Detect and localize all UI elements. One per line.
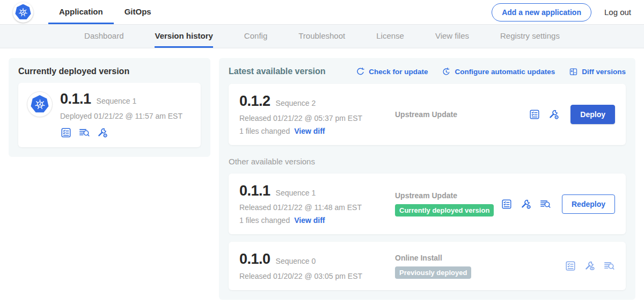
kubernetes-heptagon-icon [15,4,31,20]
currently-deployed-title: Currently deployed version [18,67,201,76]
edit-config-icon[interactable] [548,109,560,120]
tab-dashboard[interactable]: Dashboard [84,25,123,48]
currently-deployed-panel: Currently deployed version 0.1.1 Sequenc… [9,58,210,157]
released-timestamp: Released 01/21/22 @ 11:48 am EST [239,203,395,212]
edit-config-icon[interactable] [97,127,108,139]
preflight-checks-icon[interactable] [529,109,540,120]
deployed-sequence-label: Sequence 1 [97,97,137,105]
view-logs-icon[interactable] [78,127,90,139]
ship-wheel-icon [18,7,28,18]
auto-update-icon [442,67,451,76]
deployed-version-card: 0.1.1 Sequence 1 Deployed 01/21/22 @ 11:… [18,83,201,147]
add-new-application-button[interactable]: Add a new application [492,3,591,21]
available-versions-panel: Latest available version Check for updat… [219,58,635,300]
check-for-update-link[interactable]: Check for update [356,67,428,76]
preflight-checks-icon[interactable] [501,198,513,210]
ship-wheel-icon [34,98,46,111]
tab-config[interactable]: Config [244,25,267,48]
version-number: 0.1.1 [239,183,270,199]
refresh-icon [356,67,365,76]
edit-config-icon[interactable] [520,198,532,210]
action-label: Diff versions [582,68,626,76]
kubernetes-heptagon-icon [31,95,49,113]
view-logs-icon[interactable] [603,260,615,272]
sequence-label: Sequence 2 [276,99,316,107]
files-changed-label: 1 files changed [239,127,290,135]
app-sub-nav: Dashboard Version history Config Trouble… [0,25,644,48]
deployed-version-number: 0.1.1 [60,91,91,107]
view-logs-icon[interactable] [539,198,551,210]
top-nav: Application GitOps Add a new application… [0,0,644,25]
version-card-012: 0.1.2 Sequence 2 Released 01/21/22 @ 05:… [229,84,626,145]
latest-available-title: Latest available version [229,67,326,76]
action-label: Configure automatic updates [455,68,555,76]
previously-deployed-badge: Previously deployed [395,266,471,279]
tab-troubleshoot[interactable]: Troubleshoot [298,25,345,48]
sequence-label: Sequence 0 [276,257,316,265]
deployed-timestamp: Deployed 01/21/22 @ 11:57 am EST [60,112,182,120]
version-history-page: Currently deployed version 0.1.1 Sequenc… [0,48,644,300]
version-number: 0.1.0 [239,251,270,268]
tab-version-history[interactable]: Version history [155,25,213,48]
app-icon [27,91,53,117]
preflight-checks-icon[interactable] [60,127,72,139]
tab-application[interactable]: Application [48,0,114,24]
kubernetes-logo[interactable] [13,2,33,23]
log-out-button[interactable]: Log out [604,8,631,17]
files-changed-label: 1 files changed [239,216,290,225]
deploy-button[interactable]: Deploy [570,105,615,124]
version-source-label: Upstream Update [395,110,529,119]
action-label: Check for update [369,68,428,76]
preflight-checks-icon[interactable] [565,260,576,272]
redeploy-button[interactable]: Redeploy [562,194,615,214]
version-source-label: Upstream Update [395,191,501,200]
tab-view-files[interactable]: View files [435,25,469,48]
diff-icon [569,67,578,76]
released-timestamp: Released 01/20/22 @ 03:05 pm EST [239,272,395,280]
released-timestamp: Released 01/21/22 @ 05:37 pm EST [239,114,395,122]
view-config-icon[interactable] [584,260,596,272]
currently-deployed-badge: Currently deployed version [395,204,494,217]
version-number: 0.1.2 [239,93,270,110]
sequence-label: Sequence 1 [276,189,316,197]
diff-versions-link[interactable]: Diff versions [569,67,626,76]
tab-gitops[interactable]: GitOps [114,0,162,24]
tab-registry-settings[interactable]: Registry settings [500,25,560,48]
other-available-versions-title: Other available versions [229,157,626,166]
tab-license[interactable]: License [376,25,404,48]
version-card-010: 0.1.0 Sequence 0 Released 01/20/22 @ 03:… [229,242,626,290]
version-card-011: 0.1.1 Sequence 1 Released 01/21/22 @ 11:… [229,174,626,235]
view-diff-link[interactable]: View diff [294,216,325,225]
view-diff-link[interactable]: View diff [294,127,325,135]
version-source-label: Online Install [395,254,565,262]
app-type-tabs: Application GitOps [48,0,162,24]
configure-automatic-updates-link[interactable]: Configure automatic updates [442,67,555,76]
